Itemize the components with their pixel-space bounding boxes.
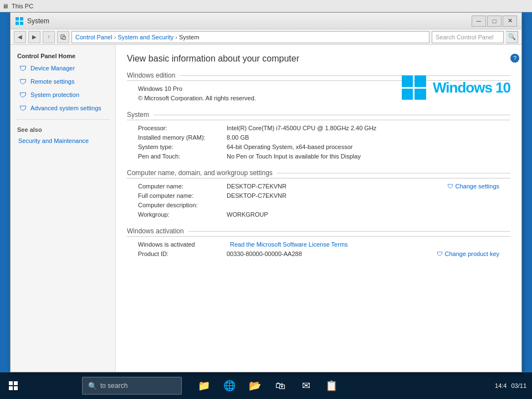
- address-bar: ◀ ▶ ↑ Control Panel › System and Securit…: [11, 29, 521, 45]
- minimize-button[interactable]: ─: [472, 16, 486, 27]
- remote-settings-icon: 🛡: [18, 77, 27, 86]
- taskbar-right: 14:4 03/11: [495, 382, 532, 389]
- taskbar-mail[interactable]: ✉: [295, 375, 317, 397]
- activation-link[interactable]: Read the Microsoft Software License Term…: [230, 241, 348, 248]
- taskbar-file-explorer[interactable]: 📁: [193, 375, 215, 397]
- system-window-icon: [15, 17, 24, 25]
- windows-number: 10: [495, 79, 510, 96]
- taskbar-app5[interactable]: 📋: [320, 375, 342, 397]
- processor-label: Processor:: [127, 125, 227, 131]
- window-controls: ─ □ ✕: [472, 16, 517, 27]
- title-bar: System ─ □ ✕: [11, 13, 521, 29]
- taskbar-time: 14:4: [495, 382, 507, 389]
- change-product-key-icon: 🛡: [437, 250, 443, 257]
- sidebar-label-device-manager: Device Manager: [30, 65, 75, 71]
- svg-rect-1: [20, 17, 23, 21]
- computer-name-section-header: Computer name, domain, and workgroup set…: [127, 169, 510, 178]
- breadcrumb-system: System: [179, 34, 200, 40]
- computer-name-value: DESKTOP-C7EKVNR: [227, 183, 287, 190]
- activation-section-header: Windows activation: [127, 227, 510, 237]
- system-type-label: System type:: [127, 144, 227, 150]
- computer-name-label: Computer name:: [127, 183, 227, 190]
- sidebar-item-system-protection[interactable]: 🛡 System protection: [11, 88, 115, 101]
- taskbar-date: 03/11: [511, 382, 526, 389]
- taskbar-search[interactable]: 🔍 to search: [82, 377, 182, 395]
- workgroup-row: Workgroup: WORKGROUP: [127, 211, 510, 218]
- system-protection-icon: 🛡: [18, 90, 27, 99]
- taskbar-app-icons: 📁 🌐 📂 🛍 ✉ 📋: [193, 375, 342, 397]
- workgroup-label: Workgroup:: [127, 211, 227, 218]
- help-icon[interactable]: ?: [510, 54, 519, 63]
- control-panel-home-link[interactable]: Control Panel Home: [11, 50, 115, 62]
- up-button[interactable]: ↑: [43, 31, 55, 43]
- ram-label: Installed memory (RAM):: [127, 134, 227, 141]
- breadcrumb[interactable]: Control Panel › System and Security › Sy…: [71, 31, 429, 43]
- windows10-text: Windows 10: [433, 79, 510, 96]
- sidebar-item-remote-settings[interactable]: 🛡 Remote settings: [11, 75, 115, 88]
- windows-edition-value: Windows 10 Pro: [127, 85, 182, 92]
- taskbar: 🔍 to search 📁 🌐 📂 🛍 ✉ 📋 14:4 03/11: [0, 372, 532, 399]
- forward-button[interactable]: ▶: [28, 31, 40, 43]
- full-computer-name-row: Full computer name: DESKTOP-C7EKVNR: [127, 192, 510, 199]
- ram-value: 8.00 GB: [227, 134, 249, 141]
- content-area: ? View basic information about your comp…: [116, 45, 521, 372]
- pen-touch-value: No Pen or Touch Input is available for t…: [227, 153, 361, 160]
- browser-icon: 🖥: [2, 3, 8, 9]
- windows-flag-icon: [402, 75, 426, 100]
- sidebar-label-remote-settings: Remote settings: [30, 78, 74, 85]
- pen-touch-row: Pen and Touch: No Pen or Touch Input is …: [127, 153, 510, 160]
- computer-description-label: Computer description:: [127, 202, 227, 208]
- advanced-settings-icon: 🛡: [18, 104, 27, 112]
- activation-status-row: Windows is activated Read the Microsoft …: [127, 241, 510, 248]
- change-product-key-link[interactable]: 🛡 Change product key: [437, 250, 499, 257]
- sidebar-item-advanced-settings[interactable]: 🛡 Advanced system settings: [11, 101, 115, 115]
- product-id-value: 00330-80000-00000-AA288: [227, 250, 302, 257]
- recent-button[interactable]: [57, 31, 69, 43]
- security-maintenance-label: Security and Maintenance: [18, 137, 89, 144]
- taskbar-search-icon: 🔍: [88, 382, 97, 390]
- windows-word: Windows: [433, 79, 495, 96]
- system-type-value: 64-bit Operating System, x64-based proce…: [227, 144, 352, 150]
- search-box[interactable]: Search Control Panel: [432, 31, 504, 43]
- close-button[interactable]: ✕: [503, 16, 517, 27]
- system-section-header: System: [127, 111, 510, 120]
- activation-status-label: Windows is activated: [127, 241, 227, 248]
- svg-rect-2: [16, 22, 19, 25]
- full-computer-name-label: Full computer name:: [127, 192, 227, 199]
- system-window: System ─ □ ✕ ◀ ▶ ↑ Control Panel › Syste…: [10, 12, 522, 372]
- sidebar-item-security-maintenance[interactable]: Security and Maintenance: [11, 135, 115, 146]
- device-manager-icon: 🛡: [18, 64, 27, 73]
- breadcrumb-system-security[interactable]: System and Security: [117, 34, 173, 40]
- see-also-header: See also: [11, 124, 115, 135]
- back-button[interactable]: ◀: [14, 31, 26, 43]
- workgroup-value: WORKGROUP: [227, 211, 268, 218]
- sidebar-item-device-manager[interactable]: 🛡 Device Manager: [11, 62, 115, 75]
- svg-rect-0: [16, 17, 19, 21]
- page-title: View basic information about your comput…: [127, 54, 510, 64]
- search-placeholder: Search Control Panel: [436, 34, 494, 40]
- sidebar: Control Panel Home 🛡 Device Manager 🛡 Re…: [11, 45, 116, 372]
- taskbar-edge[interactable]: 🌐: [218, 375, 241, 397]
- computer-description-row: Computer description:: [127, 202, 510, 208]
- processor-row: Processor: Intel(R) Core(TM) i7-4500U CP…: [127, 125, 510, 131]
- window-title: System: [27, 17, 472, 25]
- taskbar-explorer2[interactable]: 📂: [244, 375, 266, 397]
- sidebar-divider: [16, 119, 110, 120]
- change-settings-link[interactable]: 🛡 Change settings: [447, 183, 500, 190]
- pen-touch-label: Pen and Touch:: [127, 153, 227, 160]
- taskbar-store[interactable]: 🛍: [269, 375, 291, 397]
- sidebar-label-system-protection: System protection: [30, 91, 79, 98]
- browser-title: This PC: [12, 3, 33, 9]
- maximize-button[interactable]: □: [487, 16, 502, 27]
- full-computer-name-value: DESKTOP-C7EKVNR: [227, 192, 287, 199]
- sidebar-label-advanced-settings: Advanced system settings: [30, 105, 101, 111]
- processor-value: Intel(R) Core(TM) i7-4500U CPU @ 1.80GHz…: [227, 125, 376, 131]
- breadcrumb-control-panel[interactable]: Control Panel: [75, 34, 112, 40]
- browser-bar: 🖥 This PC: [0, 0, 532, 12]
- start-button[interactable]: [0, 372, 27, 399]
- ram-row: Installed memory (RAM): 8.00 GB: [127, 134, 510, 141]
- product-id-label: Product ID:: [127, 250, 227, 257]
- main-area: Control Panel Home 🛡 Device Manager 🛡 Re…: [11, 45, 521, 372]
- search-button[interactable]: 🔍: [506, 31, 518, 43]
- svg-rect-5: [63, 37, 65, 39]
